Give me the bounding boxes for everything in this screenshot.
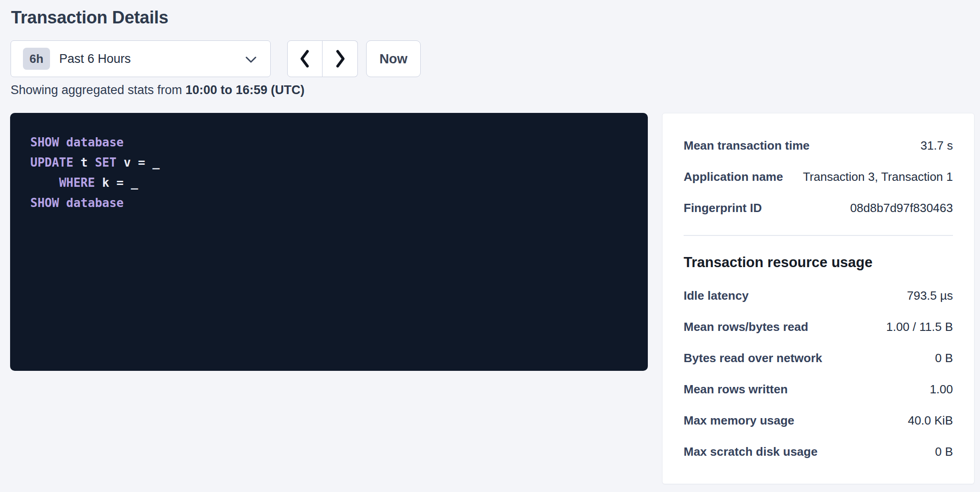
stat-row-mean-rows-bytes-read: Mean rows/bytes read 1.00 / 11.5 B (684, 311, 953, 342)
stat-value: 0 B (935, 445, 953, 459)
stat-value: Transaction 3, Transaction 1 (803, 170, 953, 184)
stat-row-max-memory-usage: Max memory usage 40.0 KiB (684, 405, 953, 436)
stat-value: 0 B (935, 351, 953, 365)
sql-line: SHOW database (30, 132, 628, 152)
prev-range-button[interactable] (287, 40, 323, 77)
sql-statement-box: SHOW databaseUPDATE t SET v = _ WHERE k … (10, 113, 648, 371)
stat-row-mean-rows-written: Mean rows written 1.00 (684, 374, 953, 405)
stat-label: Max memory usage (684, 414, 794, 428)
time-range-label: Past 6 Hours (59, 52, 131, 66)
stat-value: 08d8b7d97f830463 (850, 201, 953, 215)
resource-usage-heading: Transaction resource usage (684, 253, 953, 272)
next-range-button[interactable] (323, 40, 358, 77)
stat-label: Mean rows written (684, 382, 788, 397)
chevron-right-icon (333, 48, 347, 70)
stat-row-fingerprint-id: Fingerprint ID 08d8b7d97f830463 (684, 192, 953, 224)
stat-label: Mean rows/bytes read (684, 320, 808, 334)
page-title: Transaction Details (11, 6, 168, 28)
transaction-details-page: Transaction Details 6h Past 6 Hours Now … (0, 0, 980, 492)
aggregated-stats-caption: Showing aggregated stats from 10:00 to 1… (11, 83, 305, 97)
stat-label: Max scratch disk usage (684, 445, 818, 459)
card-divider (684, 235, 953, 236)
aggregated-stats-prefix: Showing aggregated stats from (11, 83, 185, 97)
stat-label: Fingerprint ID (684, 201, 762, 215)
stat-value: 793.5 µs (907, 289, 953, 303)
stat-row-application-name: Application name Transaction 3, Transact… (684, 161, 953, 192)
sql-code: SHOW databaseUPDATE t SET v = _ WHERE k … (30, 132, 628, 213)
stat-row-bytes-read-over-network: Bytes read over network 0 B (684, 342, 953, 374)
stat-value: 1.00 (930, 382, 953, 397)
stat-row-mean-transaction-time: Mean transaction time 31.7 s (684, 130, 953, 161)
stat-label: Idle latency (684, 289, 749, 303)
stat-label: Application name (684, 170, 783, 184)
now-button[interactable]: Now (366, 40, 421, 77)
stat-label: Bytes read over network (684, 351, 822, 365)
time-range-pager (287, 40, 358, 77)
sql-line: WHERE k = _ (30, 173, 628, 193)
stat-value: 31.7 s (920, 139, 953, 153)
chevron-left-icon (298, 48, 312, 70)
stat-value: 1.00 / 11.5 B (886, 320, 953, 334)
chevron-down-icon (245, 56, 257, 64)
stat-label: Mean transaction time (684, 139, 810, 153)
time-range-picker[interactable]: 6h Past 6 Hours (11, 40, 271, 77)
resource-rows: Idle latency 793.5 µs Mean rows/bytes re… (684, 280, 953, 467)
transaction-summary-card: Mean transaction time 31.7 s Application… (662, 113, 974, 484)
summary-rows: Mean transaction time 31.7 s Application… (684, 130, 953, 224)
stat-row-max-scratch-disk-usage: Max scratch disk usage 0 B (684, 436, 953, 467)
sql-line: SHOW database (30, 193, 628, 213)
stat-row-idle-latency: Idle latency 793.5 µs (684, 280, 953, 311)
time-range-badge: 6h (23, 48, 50, 70)
aggregated-stats-range: 10:00 to 16:59 (UTC) (185, 83, 305, 97)
sql-line: UPDATE t SET v = _ (30, 152, 628, 173)
stat-value: 40.0 KiB (908, 414, 953, 428)
